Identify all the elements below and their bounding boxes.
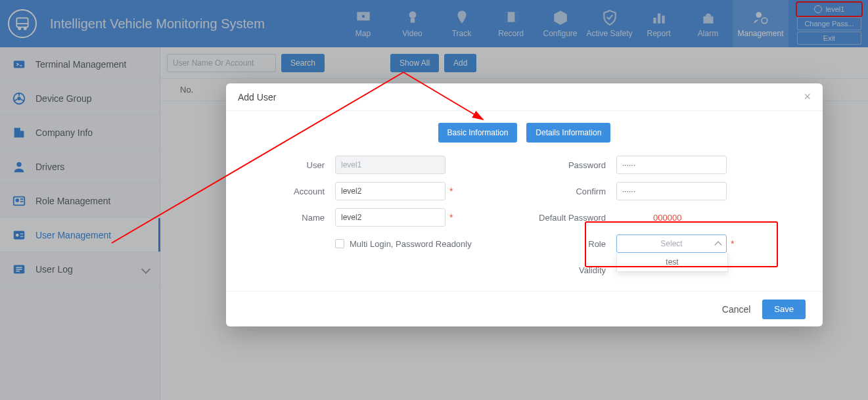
nav-configure[interactable]: Configure — [536, 0, 585, 47]
terminal-icon — [12, 57, 26, 72]
role-dropdown: test — [616, 253, 728, 272]
nav-video[interactable]: Video — [388, 0, 437, 47]
svg-point-22 — [16, 162, 21, 166]
film-icon — [503, 9, 520, 26]
svg-rect-0 — [16, 18, 28, 27]
user-card-icon — [12, 228, 26, 242]
nav-management[interactable]: Management — [733, 0, 788, 47]
modal-tabs: Basic Information Details Information — [226, 111, 823, 148]
col-no: No. — [180, 85, 193, 95]
bar-chart-icon — [651, 9, 668, 26]
close-icon[interactable]: × — [804, 90, 811, 104]
track-pin-icon — [453, 9, 470, 26]
brand: Intelligent Vehicle Monitoring System — [0, 9, 265, 38]
select-role[interactable]: Select test — [616, 234, 727, 253]
svg-rect-14 — [703, 16, 713, 24]
sidebar-item-user-log[interactable]: User Log — [0, 252, 160, 286]
svg-point-26 — [16, 233, 19, 236]
sidebar-item-role-management[interactable]: Role Management — [0, 184, 160, 218]
steering-icon — [12, 91, 26, 106]
label-confirm: Confirm — [524, 187, 616, 196]
current-user[interactable]: level1 — [797, 3, 861, 16]
user-header-box: level1 Change Pass... Exit — [797, 3, 861, 46]
sidebar-item-drivers[interactable]: Drivers — [0, 150, 160, 184]
add-user-modal: Add User × Basic Information Details Inf… — [226, 83, 823, 326]
role-placeholder: Select — [660, 239, 682, 248]
tab-details-information[interactable]: Details Information — [526, 123, 610, 143]
label-user: User — [243, 160, 335, 170]
multi-login-row[interactable]: Multi Login, Password Readonly — [243, 231, 524, 257]
sidebar-item-terminal-management[interactable]: Terminal Management — [0, 47, 160, 81]
bus-logo-icon — [8, 9, 37, 38]
log-icon — [12, 262, 26, 277]
nav-alarm[interactable]: Alarm — [683, 0, 733, 47]
top-nav: Map Video Track Record Configure Active … — [338, 0, 788, 47]
input-name[interactable] — [335, 208, 445, 227]
role-option-test[interactable]: test — [617, 253, 727, 271]
search-input[interactable] — [167, 54, 276, 72]
tab-basic-information[interactable]: Basic Information — [438, 123, 518, 143]
toolbar: Search Show All Add — [160, 47, 868, 79]
nav-report[interactable]: Report — [634, 0, 683, 47]
svg-rect-7 — [410, 18, 415, 23]
box-icon — [552, 9, 569, 26]
input-password[interactable] — [616, 156, 727, 174]
monitor-icon — [355, 9, 372, 26]
svg-point-16 — [762, 18, 767, 24]
label-account: Account — [243, 187, 335, 196]
nav-active-safety[interactable]: Active Safety — [585, 0, 634, 47]
nav-record[interactable]: Record — [486, 0, 536, 47]
sidebar-item-company-info[interactable]: Company Info — [0, 116, 160, 150]
label-validity: Validity — [524, 265, 616, 275]
sidebar-item-user-management[interactable]: User Management — [0, 218, 160, 252]
svg-rect-20 — [14, 127, 20, 137]
save-button[interactable]: Save — [762, 300, 806, 319]
multi-login-label: Multi Login, Password Readonly — [350, 239, 472, 249]
nav-map[interactable]: Map — [338, 0, 388, 47]
add-button[interactable]: Add — [444, 54, 476, 72]
user-gear-icon — [752, 9, 769, 26]
svg-point-15 — [756, 12, 762, 18]
alarm-icon — [700, 9, 717, 26]
top-bar: Intelligent Vehicle Monitoring System Ma… — [0, 0, 868, 47]
label-default-password: Default Password — [524, 213, 616, 223]
input-confirm[interactable] — [616, 182, 727, 200]
required-marker: * — [449, 212, 453, 223]
svg-rect-9 — [505, 12, 507, 22]
show-all-button[interactable]: Show All — [390, 54, 439, 72]
exit-link[interactable]: Exit — [797, 32, 861, 45]
label-name: Name — [243, 213, 335, 223]
label-password: Password — [524, 160, 616, 170]
form-col-left: User Account* Name* Multi Login, Passwor… — [243, 152, 524, 283]
checkbox-multi-login[interactable] — [335, 239, 344, 248]
required-marker: * — [731, 238, 734, 249]
svg-point-5 — [361, 15, 364, 18]
svg-point-19 — [18, 97, 20, 100]
svg-rect-12 — [657, 14, 660, 24]
svg-rect-21 — [20, 131, 24, 137]
svg-point-3 — [24, 28, 26, 30]
user-icon — [814, 5, 822, 13]
form-col-right: Password Confirm Default Password000000 … — [524, 152, 806, 283]
app-title: Intelligent Vehicle Monitoring System — [50, 16, 265, 32]
input-user — [335, 156, 445, 174]
sidebar-item-device-group[interactable]: Device Group — [0, 81, 160, 116]
cancel-button[interactable]: Cancel — [722, 304, 751, 315]
search-button[interactable]: Search — [281, 54, 325, 72]
required-marker: * — [449, 186, 453, 196]
modal-title: Add User — [238, 92, 276, 102]
chevron-up-icon — [714, 241, 721, 248]
sidebar: Terminal Management Device Group Company… — [0, 47, 160, 400]
nav-track[interactable]: Track — [437, 0, 486, 47]
camera-icon — [404, 9, 421, 26]
svg-rect-25 — [14, 231, 25, 239]
form-grid: User Account* Name* Multi Login, Passwor… — [226, 148, 823, 291]
id-card-icon — [12, 194, 26, 208]
change-password-link[interactable]: Change Pass... — [797, 17, 861, 30]
svg-point-2 — [18, 28, 20, 30]
default-password-value: 000000 — [653, 213, 681, 223]
input-account[interactable] — [335, 182, 445, 200]
driver-icon — [12, 160, 26, 174]
svg-rect-13 — [662, 16, 664, 24]
building-icon — [12, 125, 26, 140]
